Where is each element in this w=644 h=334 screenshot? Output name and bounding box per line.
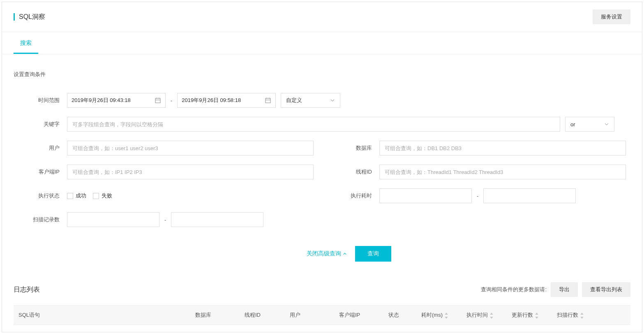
svg-marker-8 — [445, 313, 448, 315]
calendar-icon — [265, 97, 271, 104]
calendar-icon — [155, 97, 161, 104]
keyword-logic-value: or — [570, 121, 575, 128]
col-status[interactable]: 状态 — [383, 306, 416, 325]
log-list-title: 日志列表 — [14, 285, 40, 294]
exec-time-max-input[interactable] — [483, 188, 576, 203]
service-settings-button[interactable]: 服务设置 — [593, 9, 630, 24]
range-separator: - — [472, 193, 483, 199]
toggle-advanced-link[interactable]: 关闭高级查询 — [307, 250, 347, 257]
label-exec-time: 执行耗时 — [314, 192, 379, 199]
checkbox-fail[interactable] — [93, 193, 99, 199]
tab-search[interactable]: 搜索 — [14, 32, 38, 54]
scan-rows-max-input[interactable] — [171, 212, 263, 227]
checkbox-fail-wrap[interactable]: 失败 — [93, 192, 112, 199]
label-database: 数据库 — [314, 144, 379, 152]
time-preset-value: 自定义 — [286, 97, 302, 104]
svg-marker-10 — [490, 313, 493, 315]
col-update-rows[interactable]: 更新行数 — [507, 306, 552, 325]
range-separator: - — [159, 217, 171, 223]
checkbox-success-wrap[interactable]: 成功 — [67, 192, 86, 199]
col-cost-label: 耗时(ms) — [421, 311, 443, 319]
tab-bar: 搜索 — [2, 32, 642, 54]
col-scan-rows-label: 扫描行数 — [557, 311, 578, 319]
sort-icon — [535, 313, 539, 318]
time-to-picker[interactable]: 2019年9月26日 09:58:18 — [177, 93, 276, 108]
sort-icon — [489, 313, 494, 318]
col-client-ip[interactable]: 客户端IP — [334, 306, 383, 325]
label-user: 用户 — [14, 144, 67, 152]
user-input[interactable] — [67, 141, 314, 155]
col-user[interactable]: 用户 — [285, 306, 334, 325]
chevron-up-icon — [343, 252, 347, 256]
title-accent-bar — [14, 13, 15, 21]
label-exec-status: 执行状态 — [14, 192, 67, 199]
more-data-hint: 查询相同条件的更多数据请: — [481, 286, 547, 293]
checkbox-fail-label: 失败 — [102, 192, 112, 199]
col-update-rows-label: 更新行数 — [512, 311, 533, 319]
checkbox-success[interactable] — [67, 193, 73, 199]
col-exec-time-label: 执行时间 — [466, 311, 488, 319]
page-title: SQL洞察 — [19, 13, 45, 21]
keyword-logic-select[interactable]: or — [565, 117, 614, 132]
log-table: SQL语句 数据库 线程ID 用户 客户端IP 状态 耗时(ms) 执行时间 更… — [14, 305, 630, 325]
sort-icon — [444, 313, 448, 318]
svg-marker-15 — [580, 317, 584, 319]
time-from-picker[interactable]: 2019年9月26日 09:43:18 — [67, 93, 166, 108]
svg-rect-4 — [265, 98, 270, 103]
export-button[interactable]: 导出 — [551, 282, 578, 297]
thread-id-input[interactable] — [379, 165, 626, 179]
label-scan-rows: 扫描记录数 — [14, 216, 67, 223]
database-input[interactable] — [379, 141, 626, 155]
svg-rect-0 — [155, 98, 160, 103]
view-export-list-button[interactable]: 查看导出列表 — [582, 282, 630, 297]
col-sql[interactable]: SQL语句 — [14, 306, 190, 325]
time-separator: - — [166, 97, 177, 104]
col-scan-rows[interactable]: 扫描行数 — [552, 306, 597, 325]
col-thread-id[interactable]: 线程ID — [240, 306, 285, 325]
table-header-row: SQL语句 数据库 线程ID 用户 客户端IP 状态 耗时(ms) 执行时间 更… — [14, 305, 630, 325]
svg-marker-12 — [535, 313, 538, 315]
chevron-down-icon — [330, 98, 335, 103]
svg-marker-13 — [535, 317, 538, 319]
label-time-range: 时间范围 — [14, 97, 67, 104]
chevron-down-icon — [604, 122, 609, 127]
label-client-ip: 客户端IP — [14, 168, 67, 176]
sort-icon — [580, 313, 584, 318]
toggle-advanced-label: 关闭高级查询 — [307, 250, 341, 257]
time-preset-select[interactable]: 自定义 — [281, 93, 340, 108]
svg-marker-11 — [490, 317, 493, 319]
section-conditions-label: 设置查询条件 — [14, 71, 630, 78]
col-exec-time[interactable]: 执行时间 — [462, 306, 507, 325]
checkbox-success-label: 成功 — [76, 192, 86, 199]
query-button[interactable]: 查询 — [355, 246, 391, 262]
col-database[interactable]: 数据库 — [190, 306, 240, 325]
label-keyword: 关键字 — [14, 121, 67, 128]
scan-rows-min-input[interactable] — [67, 212, 159, 227]
time-from-value: 2019年9月26日 09:43:18 — [72, 97, 131, 104]
svg-marker-9 — [445, 317, 448, 319]
client-ip-input[interactable] — [67, 165, 314, 179]
exec-time-min-input[interactable] — [379, 188, 472, 203]
label-thread-id: 线程ID — [314, 168, 379, 176]
keyword-input[interactable] — [67, 117, 560, 132]
time-to-value: 2019年9月26日 09:58:18 — [182, 97, 241, 104]
col-cost[interactable]: 耗时(ms) — [416, 306, 462, 325]
svg-marker-14 — [580, 313, 584, 315]
